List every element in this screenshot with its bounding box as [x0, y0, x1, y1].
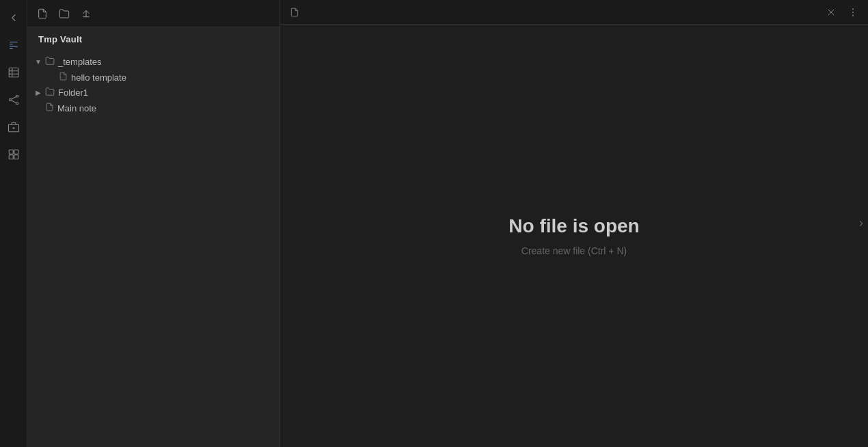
file-explorer: Tmp Vault ▼ _templates ▶ hello template … [27, 0, 280, 447]
editor-empty-state: No file is open Create new file (Ctrl + … [280, 25, 868, 447]
more-options-button[interactable] [843, 3, 863, 22]
tree-folder-folder1[interactable]: ▶ Folder1 [27, 85, 280, 100]
icon-rail [0, 0, 27, 447]
editor-tab-bar [280, 0, 868, 25]
editor-tab-new[interactable] [283, 0, 306, 25]
editor-area: No file is open Create new file (Ctrl + … [280, 0, 868, 447]
table-icon[interactable] [1, 60, 26, 85]
explorer-toolbar [27, 0, 280, 27]
svg-rect-10 [14, 150, 18, 154]
hello-template-label: hello template [71, 72, 274, 83]
main-note-label: Main note [57, 103, 274, 113]
file-icon-2 [45, 103, 54, 113]
new-file-button[interactable] [33, 4, 52, 23]
tree-folder-templates[interactable]: ▼ _templates [27, 54, 280, 70]
tree-file-hello-template[interactable]: ▶ hello template [41, 70, 280, 85]
collapse-sidebar-button[interactable] [854, 210, 868, 237]
close-editor-button[interactable] [822, 3, 841, 22]
svg-line-5 [11, 100, 16, 103]
svg-point-18 [852, 12, 854, 13]
folder-open-icon [45, 56, 55, 68]
svg-point-17 [852, 8, 854, 10]
svg-point-19 [852, 14, 854, 16]
svg-rect-12 [14, 155, 18, 159]
svg-point-1 [9, 99, 11, 101]
folder1-label: Folder1 [58, 87, 274, 98]
svg-rect-0 [9, 68, 18, 77]
template-icon[interactable] [1, 33, 26, 57]
svg-point-3 [16, 103, 18, 105]
chevron-down-icon: ▼ [33, 57, 44, 68]
svg-rect-11 [9, 155, 13, 159]
vault-name: Tmp Vault [27, 27, 280, 51]
folder-icon [45, 87, 55, 98]
tree-file-main-note[interactable]: ▶ Main note [27, 100, 280, 116]
svg-line-4 [11, 97, 16, 100]
back-icon[interactable] [1, 5, 26, 30]
file-tree: ▼ _templates ▶ hello template ▶ Folder1 [27, 51, 280, 447]
archive-icon[interactable] [1, 115, 26, 139]
tab-list [283, 0, 306, 25]
sort-button[interactable] [77, 4, 96, 23]
svg-point-2 [16, 95, 18, 97]
no-file-title: No file is open [508, 215, 639, 237]
no-file-subtitle: Create new file (Ctrl + N) [521, 245, 627, 256]
templates-children: ▶ hello template [27, 70, 280, 85]
tab-actions [822, 3, 865, 22]
new-folder-button[interactable] [55, 4, 74, 23]
plugin-icon[interactable] [1, 142, 26, 167]
tree-folder-templates-label: _templates [58, 57, 274, 67]
chevron-right-icon: ▶ [33, 87, 44, 98]
file-icon [59, 72, 68, 83]
svg-rect-9 [9, 150, 13, 154]
graph-icon[interactable] [1, 87, 26, 112]
